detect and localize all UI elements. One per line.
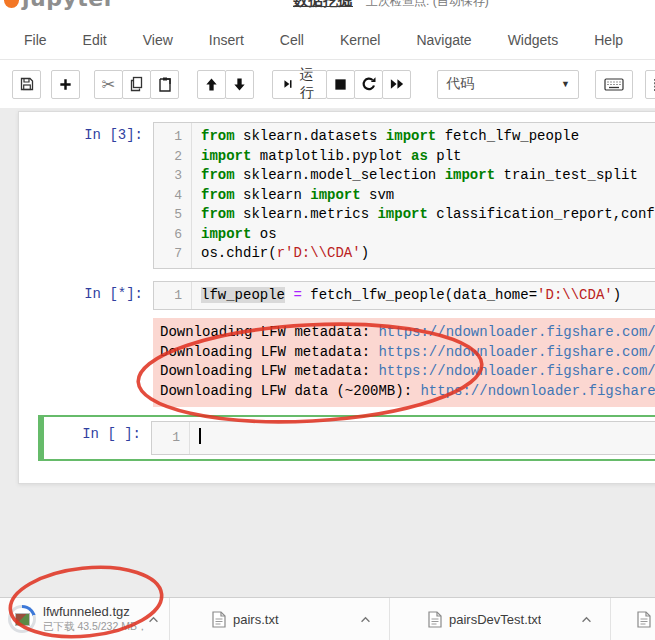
checkpoint-status: 上次检查点: (自动保存) [366, 0, 489, 10]
download-item-partial[interactable] [611, 598, 655, 640]
cell-output-stderr: Downloading LFW metadata: https://ndownl… [153, 318, 655, 407]
download-progress-ring-icon [8, 605, 36, 633]
download-url-link[interactable]: https://ndownloader.figshare.com/fi [378, 344, 655, 360]
line-numbers: 1234567 [154, 123, 192, 268]
notebook-title[interactable]: 数据挖掘 [293, 0, 353, 10]
toolbar: ✂ [0, 60, 655, 108]
menu-widgets[interactable]: Widgets [508, 32, 559, 48]
download-item-lfwfunneled[interactable]: lfwfunneled.tgz 已下载 43.5/232 MB，还剩… [0, 598, 170, 640]
download-menu-chevron-icon[interactable] [355, 609, 375, 629]
cut-cell-button[interactable]: ✂ [94, 70, 123, 99]
jupyter-logo-text: jupyter [22, 0, 115, 11]
menu-help[interactable]: Help [594, 32, 623, 48]
menu-navigate[interactable]: Navigate [416, 32, 471, 48]
notebook-header: jupyter 数据挖掘 上次检查点: (自动保存) [0, 0, 655, 20]
menu-view[interactable]: View [143, 32, 173, 48]
fast-forward-icon [389, 77, 405, 91]
code-input[interactable]: 1234567from sklearn.datasets import fetc… [153, 122, 655, 269]
paste-cell-button[interactable] [150, 70, 179, 99]
menu-file[interactable]: File [24, 32, 47, 48]
download-url-link[interactable]: https://ndownloader.figshare.c [420, 383, 655, 399]
cell-prompt: In [*]: [19, 281, 153, 311]
download-bar: lfwfunneled.tgz 已下载 43.5/232 MB，还剩… pair… [0, 597, 655, 640]
plus-icon [58, 77, 73, 92]
line-numbers: 1 [154, 282, 192, 310]
menu-edit[interactable]: Edit [83, 32, 107, 48]
download-menu-chevron-icon[interactable] [146, 609, 161, 629]
download-item-pairs[interactable]: pairs.txt [170, 598, 390, 640]
cell-prompt: In [ ]: [44, 421, 151, 455]
arrow-down-icon [232, 77, 247, 92]
cell-prompt: In [3]: [19, 122, 153, 269]
menu-bar: File Edit View Insert Cell Kernel Naviga… [0, 20, 655, 60]
text-document-icon [428, 611, 442, 628]
cell-type-dropdown[interactable]: 代码 ▼ [437, 70, 579, 99]
run-step-forward-icon [283, 77, 292, 91]
cell-toolbar-list-button[interactable] [645, 70, 655, 99]
move-cell-down-button[interactable] [225, 70, 254, 99]
copy-cell-button[interactable] [122, 70, 151, 99]
save-button[interactable] [12, 70, 41, 99]
restart-kernel-button[interactable] [354, 70, 383, 99]
download-filename[interactable]: pairs.txt [233, 612, 279, 627]
line-numbers: 1 [152, 422, 190, 454]
scissors-icon: ✂ [102, 75, 115, 94]
text-cursor [199, 428, 201, 444]
download-url-link[interactable]: https://ndownloader.figshare.com/fi [378, 324, 655, 340]
download-filename[interactable]: lfwfunneled.tgz [43, 604, 146, 619]
stop-kernel-button[interactable] [326, 70, 355, 99]
move-cell-up-button[interactable] [197, 70, 226, 99]
save-icon [19, 76, 35, 92]
menu-cell[interactable]: Cell [280, 32, 304, 48]
jupyter-logo-planet-icon [4, 0, 19, 8]
download-filename[interactable]: pairsDevTest.txt [449, 612, 541, 627]
download-progress-text: 已下载 43.5/232 MB，还剩… [43, 620, 146, 634]
add-cell-button[interactable] [51, 70, 80, 99]
list-icon [652, 77, 655, 92]
arrow-up-icon [204, 77, 219, 92]
code-cell[interactable]: In [3]:1234567from sklearn.datasets impo… [19, 116, 655, 275]
code-input[interactable]: 1 [151, 421, 655, 455]
keyboard-icon [604, 77, 624, 92]
download-item-pairsdevtest[interactable]: pairsDevTest.txt [390, 598, 611, 640]
jupyter-notebook-app: jupyter 数据挖掘 上次检查点: (自动保存) File Edit Vie… [0, 0, 655, 640]
text-document-icon [637, 611, 651, 628]
paste-icon [157, 76, 173, 92]
run-cell-button[interactable]: 运行 [272, 70, 327, 99]
dropdown-caret-icon: ▼ [561, 79, 570, 89]
copy-icon [129, 76, 145, 92]
code-input[interactable]: 1lfw_people = fetch_lfw_people(data_home… [153, 281, 655, 311]
download-url-link[interactable]: https://ndownloader.figshare.com/fi [378, 363, 655, 379]
command-palette-button[interactable] [595, 70, 633, 99]
text-document-icon [212, 611, 226, 628]
code-cell[interactable]: In [*]:1lfw_people = fetch_lfw_people(da… [19, 275, 655, 317]
archive-file-icon [15, 613, 30, 626]
menu-insert[interactable]: Insert [209, 32, 244, 48]
run-button-label: 运行 [297, 66, 316, 102]
cell-type-value: 代码 [446, 75, 474, 93]
code-cell[interactable]: In [ ]:1 [38, 415, 655, 461]
notebook-container: In [3]:1234567from sklearn.datasets impo… [18, 111, 655, 484]
restart-run-all-button[interactable] [382, 70, 411, 99]
restart-icon [361, 76, 377, 92]
download-menu-chevron-icon[interactable] [576, 609, 596, 629]
stop-icon [333, 77, 348, 92]
menu-kernel[interactable]: Kernel [340, 32, 380, 48]
notebook-area: In [3]:1234567from sklearn.datasets impo… [0, 108, 655, 597]
